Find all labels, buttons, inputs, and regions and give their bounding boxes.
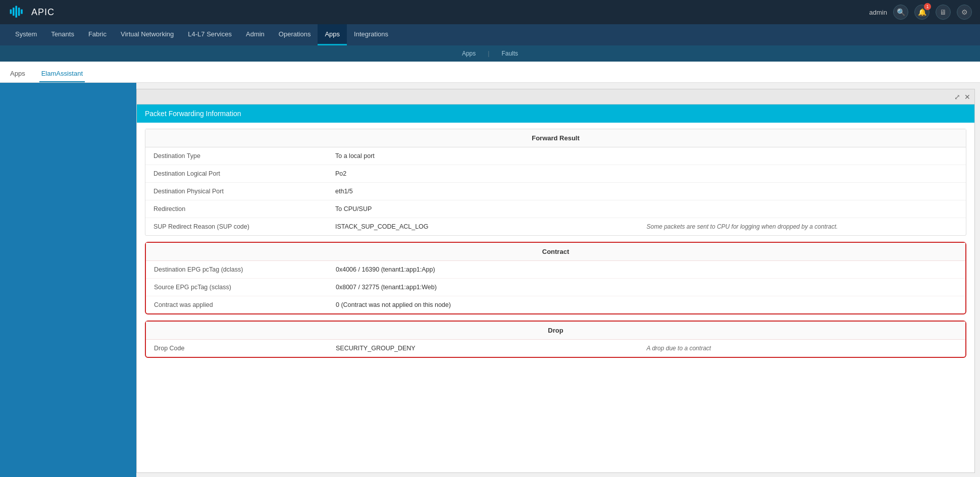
nav-item-admin[interactable]: Admin [239, 24, 272, 45]
table-row: Contract was applied 0 (Contract was not… [146, 296, 965, 313]
row-value: To CPU/SUP [335, 205, 647, 213]
row-label: Destination Physical Port [153, 188, 335, 195]
main-nav: System Tenants Fabric Virtual Networking… [0, 24, 980, 45]
right-panel[interactable]: ⤢ ✕ Packet Forwarding Information Forwar… [136, 89, 975, 473]
top-header: APIC admin 🔍 🔔 1 🖥 ⚙ [0, 0, 980, 24]
expand-icon[interactable]: ⤢ [954, 93, 960, 101]
row-label: Contract was applied [154, 301, 336, 308]
nav-item-apps[interactable]: Apps [318, 24, 347, 45]
sub-nav-apps[interactable]: Apps [460, 50, 478, 57]
row-label: Redirection [153, 205, 335, 213]
row-label: Drop Code [154, 345, 336, 352]
row-note: Some packets are sent to CPU for logging… [647, 223, 958, 230]
notification-badge: 1 [924, 3, 931, 10]
nav-item-system[interactable]: System [8, 24, 44, 45]
svg-rect-4 [21, 10, 23, 14]
close-icon[interactable]: ✕ [964, 93, 970, 101]
notification-icon-button[interactable]: 🔔 1 [914, 5, 930, 20]
cisco-logo-icon [8, 3, 26, 21]
nav-item-tenants[interactable]: Tenants [44, 24, 81, 45]
svg-rect-1 [13, 8, 15, 16]
table-row: Redirection To CPU/SUP [145, 200, 966, 218]
search-icon-button[interactable]: 🔍 [893, 5, 908, 20]
nav-item-l4l7[interactable]: L4-L7 Services [181, 24, 239, 45]
app-title: APIC [31, 7, 55, 18]
row-label: SUP Redirect Reason (SUP code) [153, 223, 335, 230]
nav-item-integrations[interactable]: Integrations [347, 24, 395, 45]
table-row: Destination EPG pcTag (dclass) 0x4006 / … [146, 261, 965, 279]
contract-header: Contract [146, 243, 965, 261]
row-value: SECURITY_GROUP_DENY [336, 345, 647, 352]
table-row: Destination Physical Port eth1/5 [145, 183, 966, 200]
svg-rect-0 [10, 10, 12, 14]
table-row: Drop Code SECURITY_GROUP_DENY A drop due… [146, 340, 965, 357]
pfi-header: Packet Forwarding Information [137, 104, 974, 123]
row-value: Po2 [335, 170, 647, 177]
contract-section: Contract Destination EPG pcTag (dclass) … [145, 242, 966, 314]
table-row: Source EPG pcTag (sclass) 0x8007 / 32775… [146, 279, 965, 296]
row-value: eth1/5 [335, 188, 647, 195]
table-row: Destination Type To a local port [145, 147, 966, 165]
drop-header: Drop [146, 322, 965, 340]
logo-area: APIC [8, 3, 55, 21]
svg-rect-3 [18, 8, 20, 16]
row-note: A drop due to a contract [647, 345, 958, 352]
admin-label: admin [869, 9, 887, 16]
tab-area: Apps ElamAssistant [0, 62, 980, 83]
settings-icon-button[interactable]: ⚙ [957, 5, 972, 20]
nav-item-fabric[interactable]: Fabric [81, 24, 114, 45]
display-icon-button[interactable]: 🖥 [936, 5, 951, 20]
tab-apps[interactable]: Apps [8, 66, 27, 82]
panel-top-bar: ⤢ ✕ [137, 89, 974, 104]
row-value: 0x4006 / 16390 (tenant1:app1:App) [336, 266, 957, 273]
left-sidebar [0, 83, 136, 477]
nav-item-virtual-networking[interactable]: Virtual Networking [114, 24, 181, 45]
tab-elamassistant[interactable]: ElamAssistant [39, 66, 85, 82]
table-row: Destination Logical Port Po2 [145, 165, 966, 183]
row-value: To a local port [335, 152, 647, 160]
row-label: Destination EPG pcTag (dclass) [154, 266, 336, 273]
forward-result-header: Forward Result [145, 129, 966, 147]
forward-result-section: Forward Result Destination Type To a loc… [145, 129, 966, 236]
sub-nav-faults[interactable]: Faults [499, 50, 520, 57]
table-row: SUP Redirect Reason (SUP code) ISTACK_SU… [145, 218, 966, 235]
row-label: Destination Type [153, 152, 335, 160]
sub-nav: Apps | Faults [0, 45, 980, 62]
row-label: Destination Logical Port [153, 170, 335, 177]
content-area: ⤢ ✕ Packet Forwarding Information Forwar… [0, 83, 980, 477]
row-value: 0 (Contract was not applied on this node… [336, 301, 957, 308]
row-value: 0x8007 / 32775 (tenant1:app1:Web) [336, 284, 957, 291]
header-right: admin 🔍 🔔 1 🖥 ⚙ [869, 5, 972, 20]
svg-rect-2 [15, 6, 17, 17]
row-value: ISTACK_SUP_CODE_ACL_LOG [335, 223, 647, 230]
nav-item-operations[interactable]: Operations [272, 24, 318, 45]
sub-nav-separator: | [488, 50, 489, 57]
drop-section: Drop Drop Code SECURITY_GROUP_DENY A dro… [145, 321, 966, 358]
row-label: Source EPG pcTag (sclass) [154, 284, 336, 291]
